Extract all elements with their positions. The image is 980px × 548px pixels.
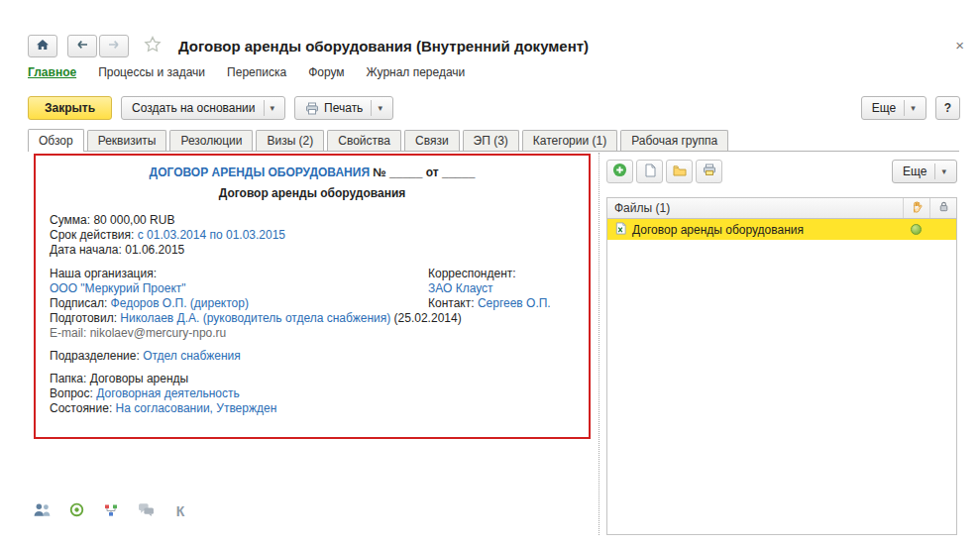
start-date-line: Дата начала: 01.06.2015 [50, 243, 575, 258]
back-button[interactable] [67, 35, 97, 57]
file-row[interactable]: Договор аренды оборудования [607, 219, 956, 240]
files-header-editing-column[interactable] [903, 198, 929, 218]
home-icon [36, 39, 50, 54]
k-letter-icon: К [176, 503, 185, 519]
document-heading-number: № _____ от _____ [373, 165, 475, 179]
tab-overview[interactable]: Обзор [28, 129, 84, 152]
question-link[interactable]: Договорная деятельность [96, 386, 240, 400]
forum-discussion-button[interactable] [135, 501, 157, 521]
tab-requisites[interactable]: Реквизиты [87, 130, 167, 151]
favorite-button[interactable] [141, 34, 164, 57]
file-status-green-icon [911, 224, 922, 235]
tab-properties[interactable]: Свойства [327, 130, 401, 151]
state-line: Состояние: На согласовании, Утвержден [50, 401, 575, 416]
question-line: Вопрос: Договорная деятельность [50, 386, 575, 401]
spacer [50, 341, 575, 349]
back-arrow-icon [75, 39, 89, 54]
app: { "colors": { "link_blue": "#2a6db5", "m… [0, 0, 980, 548]
prepared-link[interactable]: Николаев Д.А. (руководитель отдела снабж… [120, 311, 390, 325]
start-date-value: 01.06.2015 [125, 243, 184, 257]
home-button[interactable] [28, 35, 57, 57]
folder-label: Папка: [50, 372, 86, 385]
tab-working-group[interactable]: Рабочая группа [620, 130, 728, 151]
scan-button[interactable] [696, 160, 722, 183]
tab-signatures[interactable]: ЭП (3) [463, 130, 519, 151]
hierarchy-button[interactable] [100, 501, 122, 521]
folder-value: Договоры аренды [90, 372, 189, 385]
tab-visas[interactable]: Визы (2) [256, 130, 324, 151]
forward-button[interactable] [99, 35, 129, 57]
contact-label: Контакт: [428, 296, 475, 310]
files-toolbar: Еще ▾ [606, 159, 957, 184]
tab-resolutions[interactable]: Резолюции [169, 130, 253, 151]
section-menu: Главное Процессы и задачи Переписка Фору… [28, 65, 465, 79]
folder-line: Папка: Договоры аренды [50, 372, 575, 386]
working-group-button[interactable] [31, 501, 53, 521]
tab-links[interactable]: Связи [404, 130, 460, 151]
people-icon [33, 502, 52, 520]
files-header-lock-column[interactable] [929, 198, 956, 218]
create-file-button[interactable] [636, 160, 663, 183]
prepared-line: Подготовил: Николаев Д.А. (руководитель … [50, 311, 575, 326]
document-heading: ДОГОВОР АРЕНДЫ ОБОРУДОВАНИЯ № _____ от _… [50, 165, 575, 180]
validity-value[interactable]: с 01.03.2014 по 01.03.2015 [138, 228, 285, 242]
print-label: Печать [324, 101, 363, 115]
close-form-label: Закрыть [45, 101, 95, 115]
chevron-down-icon: ▾ [264, 100, 275, 116]
menu-item-transfer-log[interactable]: Журнал передачи [367, 65, 466, 79]
document-heading-title[interactable]: ДОГОВОР АРЕНДЫ ОБОРУДОВАНИЯ [150, 165, 370, 179]
chat-bubbles-icon [138, 502, 155, 520]
print-button[interactable]: Печать ▾ [294, 96, 393, 120]
add-file-button[interactable] [606, 160, 633, 183]
signed-label: Подписал: [50, 296, 107, 310]
email-value: nikolaev@mercury-npo.ru [90, 326, 227, 340]
organization-link[interactable]: ООО "Меркурий Проект" [50, 281, 186, 295]
department-line: Подразделение: Отдел снабжения [50, 349, 575, 364]
add-file-icon [612, 163, 627, 180]
menu-item-correspondence[interactable]: Переписка [227, 65, 286, 79]
file-status-cell [903, 219, 929, 240]
spreadsheet-file-icon [614, 222, 627, 238]
files-header-title[interactable]: Файлы (1) [607, 201, 903, 215]
state-link[interactable]: На согласовании, Утвержден [116, 401, 277, 415]
more-actions-label: Еще [872, 101, 896, 115]
window-close-button[interactable]: × [955, 38, 964, 53]
forward-arrow-icon [107, 39, 121, 54]
email-line: E-mail: nikolaev@mercury-npo.ru [50, 326, 575, 341]
open-folder-button[interactable] [666, 160, 693, 183]
more-actions-button[interactable]: Еще ▾ [861, 96, 926, 120]
signed-link[interactable]: Федоров О.П. (директор) [111, 296, 249, 310]
panel-splitter[interactable] [599, 153, 599, 535]
chevron-down-icon: ▾ [934, 164, 946, 179]
contact-link[interactable]: Сергеев О.П. [478, 296, 551, 310]
new-file-icon [643, 164, 657, 180]
tab-categories[interactable]: Категории (1) [522, 130, 617, 151]
tab-strip: Обзор Реквизиты Резолюции Визы (2) Свойс… [28, 129, 959, 152]
department-link[interactable]: Отдел снабжения [143, 349, 241, 363]
k-shortcut-button[interactable]: К [169, 501, 191, 521]
correspondent-link[interactable]: ЗАО Клауст [428, 281, 493, 295]
menu-item-forum[interactable]: Форум [308, 65, 344, 79]
spacer [50, 258, 575, 267]
validity-line: Срок действия: с 01.03.2014 по 01.03.201… [50, 228, 575, 243]
lifecycle-button[interactable] [65, 501, 87, 521]
close-form-button[interactable]: Закрыть [28, 96, 112, 120]
command-toolbar: Закрыть Создать на основании ▾ Печать ▾ … [28, 95, 960, 121]
star-icon [144, 36, 162, 55]
create-based-on-label: Создать на основании [132, 101, 256, 115]
prepared-label: Подготовил: [50, 311, 117, 325]
create-based-on-button[interactable]: Создать на основании ▾ [121, 96, 285, 120]
menu-item-main[interactable]: Главное [28, 65, 76, 79]
chevron-down-icon: ▾ [904, 100, 916, 116]
titlebar: Договор аренды оборудования (Внутренний … [28, 33, 589, 58]
help-button[interactable]: ? [935, 96, 960, 120]
state-label: Состояние: [50, 401, 112, 415]
green-rings-icon [69, 502, 84, 520]
correspondent-line: ЗАО Клауст [428, 281, 551, 296]
validity-label: Срок действия: [50, 228, 134, 242]
history-nav [67, 35, 129, 57]
files-more-button[interactable]: Еще ▾ [892, 160, 957, 183]
correspondent-column: Корреспондент: ЗАО Клауст Контакт: Серге… [428, 267, 551, 311]
menu-item-processes[interactable]: Процессы и задачи [98, 65, 205, 79]
lock-icon [937, 200, 950, 216]
